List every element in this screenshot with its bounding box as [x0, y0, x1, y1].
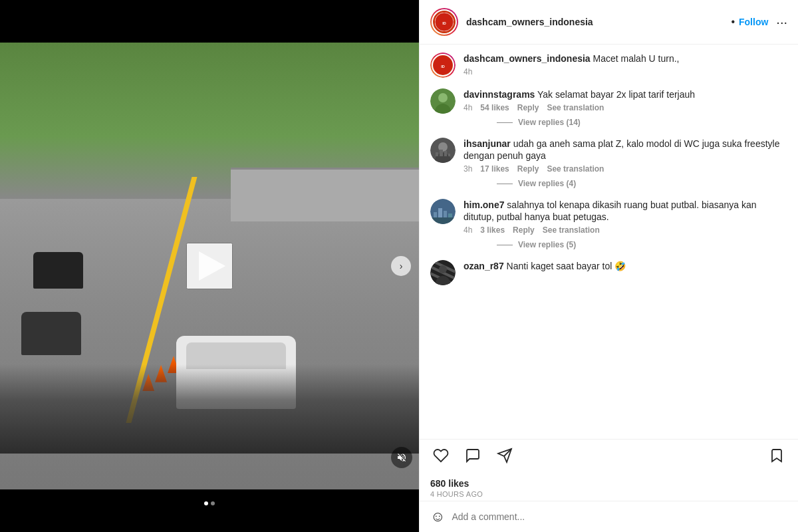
save-button[interactable] [766, 445, 787, 470]
more-options-button[interactable]: ··· [776, 15, 787, 30]
post-actions [420, 439, 798, 475]
header-avatar-ring[interactable]: ID [430, 8, 458, 36]
slide-indicators [204, 501, 215, 505]
comment-likes-2: 17 likes [480, 164, 509, 174]
slide-dot-1 [204, 501, 208, 505]
svg-text:ID: ID [441, 65, 445, 68]
comment-body-1: davinnstagrams Yak selamat bayar 2x lipa… [464, 88, 787, 127]
comment-body-2: ihsanjunar udah ga aneh sama plat Z, kal… [464, 138, 787, 188]
right-panel: ID dashcam_owners_indonesia • Follow ··· [419, 0, 798, 532]
avatar-1-svg [430, 88, 456, 114]
svg-rect-17 [438, 208, 442, 219]
account-logo: ID [433, 11, 456, 33]
post-stats: 680 likes 4 HOURS AGO [420, 475, 798, 501]
comment-translate-1[interactable]: See translation [547, 103, 604, 112]
indo-logo-svg: ID [435, 13, 454, 31]
reply-line-1 [497, 122, 513, 123]
slide-dot-2 [211, 501, 215, 505]
svg-rect-12 [440, 150, 443, 156]
comment-time-3: 4h [464, 225, 472, 235]
view-replies-2[interactable]: View replies (4) [497, 179, 787, 188]
post-header: ID dashcam_owners_indonesia • Follow ··· [420, 0, 798, 45]
avatar-3-svg [430, 199, 456, 224]
car-left-black [21, 312, 81, 355]
comment-username-3[interactable]: him.one7 [464, 200, 504, 210]
header-username[interactable]: dashcam_owners_indonesia [466, 17, 727, 27]
view-replies-1[interactable]: View replies (14) [497, 118, 787, 127]
svg-rect-14 [448, 154, 450, 156]
caption-body: dashcam_owners_indonesia Macet malah U t… [464, 53, 787, 78]
header-avatar: ID [433, 11, 456, 33]
caption-row: ID dashcam_owners_indonesia Macet malah … [430, 53, 787, 78]
svg-rect-20 [430, 217, 456, 224]
comment-translate-2[interactable]: See translation [547, 164, 604, 174]
comment-translate-3[interactable]: See translation [543, 225, 600, 235]
comment-body-3: him.one7 salahnya tol kenapa dikasih rua… [464, 199, 787, 249]
overpass-structure [231, 168, 420, 221]
view-replies-text-1[interactable]: View replies (14) [518, 118, 581, 127]
add-comment-row: ☺ [420, 501, 798, 532]
caption-avatar[interactable]: ID [430, 53, 456, 78]
comment-input[interactable] [452, 511, 787, 522]
comment-reply-2[interactable]: Reply [517, 164, 539, 174]
comment-avatar-2[interactable] [430, 138, 456, 163]
comment-icon [465, 448, 481, 464]
comment-reply-1[interactable]: Reply [517, 103, 539, 112]
svg-rect-13 [444, 151, 447, 156]
video-content: › [0, 0, 419, 532]
comment-avatar-1[interactable] [430, 88, 456, 114]
car-dashboard [0, 364, 419, 454]
reply-line-2 [497, 184, 513, 184]
view-replies-text-3[interactable]: View replies (5) [518, 240, 576, 249]
comment-row-3: him.one7 salahnya tol kenapa dikasih rua… [430, 199, 787, 249]
comment-button[interactable] [462, 445, 483, 470]
avatar-2-svg [430, 138, 456, 163]
caption-text: Macet malah U turn., [591, 53, 680, 64]
share-icon [497, 448, 513, 464]
comment-avatar-3[interactable] [430, 199, 456, 224]
play-button[interactable] [186, 243, 233, 289]
mute-button[interactable] [391, 447, 412, 468]
comment-text-1: Yak selamat bayar 2x lipat tarif terjauh [535, 89, 695, 100]
comment-text-3: salahnya tol kenapa dikasih ruang buat p… [464, 200, 757, 222]
likes-count: 680 likes [430, 478, 787, 489]
car-left-black2 [33, 252, 83, 289]
svg-point-6 [438, 93, 448, 102]
comment-meta-3: 4h 3 likes Reply See translation [464, 225, 787, 235]
svg-text:ID: ID [442, 21, 446, 25]
comment-likes-1: 54 likes [480, 103, 509, 112]
share-button[interactable] [494, 445, 515, 470]
comments-area: ID dashcam_owners_indonesia Macet malah … [420, 45, 798, 439]
mute-icon [396, 452, 407, 463]
post-timestamp: 4 HOURS AGO [430, 490, 787, 498]
reply-line-3 [497, 245, 513, 245]
comment-time-2: 3h [464, 164, 472, 174]
heart-icon [433, 448, 449, 464]
comment-body-4: ozan_r87 Nanti kaget saat bayar tol 🤣 [464, 260, 787, 285]
comment-likes-3: 3 likes [480, 225, 505, 235]
caption-time: 4h [464, 67, 787, 76]
header-dot: • [731, 16, 735, 28]
comment-row: davinnstagrams Yak selamat bayar 2x lipa… [430, 88, 787, 127]
comment-row-4: ozan_r87 Nanti kaget saat bayar tol 🤣 [430, 260, 787, 285]
comment-avatar-4[interactable] [430, 260, 456, 285]
comment-row-2: ihsanjunar udah ga aneh sama plat Z, kal… [430, 138, 787, 188]
comment-time-1: 4h [464, 103, 472, 112]
caption-logo-svg: ID [434, 56, 452, 74]
avatar-4-svg [430, 260, 456, 285]
comment-reply-3[interactable]: Reply [513, 225, 535, 235]
emoji-icon[interactable]: ☺ [430, 508, 445, 525]
comment-username-4[interactable]: ozan_r87 [464, 261, 504, 271]
caption-avatar-img: ID [433, 55, 453, 75]
follow-button[interactable]: Follow [739, 17, 768, 27]
comment-username-2[interactable]: ihsanjunar [464, 138, 511, 149]
caption-username[interactable]: dashcam_owners_indonesia [464, 53, 591, 64]
comment-meta-2: 3h 17 likes Reply See translation [464, 164, 787, 174]
next-slide-arrow[interactable]: › [391, 256, 411, 276]
comment-username-1[interactable]: davinnstagrams [464, 89, 535, 100]
comment-text-4: Nanti kaget saat bayar tol 🤣 [504, 261, 626, 271]
view-replies-text-2[interactable]: View replies (4) [518, 179, 576, 188]
view-replies-3[interactable]: View replies (5) [497, 240, 787, 249]
like-button[interactable] [430, 445, 452, 470]
comment-text-2: udah ga aneh sama plat Z, kalo modol di … [464, 138, 779, 161]
